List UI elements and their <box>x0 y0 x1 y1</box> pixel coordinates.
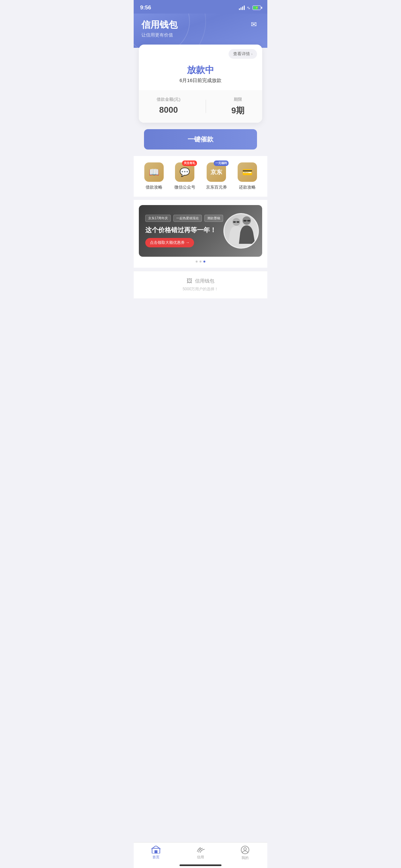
loan-term-value: 9期 <box>231 105 244 116</box>
feature-item-repay-guide[interactable]: 💳 还款攻略 <box>238 162 257 190</box>
wechat-label: 微信公众号 <box>174 184 195 190</box>
dot-1 <box>199 260 202 262</box>
status-time: 9:56 <box>140 4 151 11</box>
feature-section: 📖 借款攻略 💬 关注有礼 微信公众号 京东 一元福利 京东百元券 💳 <box>134 156 267 197</box>
loan-amount-item: 借款金额(元) 8000 <box>157 97 181 116</box>
brand-subtitle: 5000万用户的选择！ <box>183 286 219 292</box>
bottom-spacer <box>134 299 267 324</box>
dot-2 <box>204 260 205 262</box>
info-divider <box>206 100 206 113</box>
brand-name: 信用钱包 <box>195 278 214 284</box>
banner-cta-label: 点击领取大额优惠券 → <box>150 240 189 245</box>
loan-info-row: 借款金额(元) 8000 期限 9期 <box>139 90 262 123</box>
brand-row: 🖼 信用钱包 <box>187 278 214 284</box>
svg-rect-5 <box>243 220 246 221</box>
urge-payment-button[interactable]: 一键催款 <box>144 129 257 150</box>
banner-people <box>223 212 259 250</box>
status-bar: 9:56 ∿ ⚡ <box>134 0 267 13</box>
jd-coupon-label: 京东百元券 <box>206 184 227 190</box>
brand-icon: 🖼 <box>187 278 192 284</box>
loan-guide-label: 借款攻略 <box>146 184 162 190</box>
feature-item-wechat[interactable]: 💬 关注有礼 微信公众号 <box>174 162 195 190</box>
view-detail-button[interactable]: 查看详情 › <box>228 49 257 59</box>
loan-amount-value: 8000 <box>157 105 181 115</box>
repay-guide-label: 还款攻略 <box>239 184 256 190</box>
loan-status-subtitle: 6月16日前完成放款 <box>139 78 262 90</box>
loan-amount-label: 借款金额(元) <box>157 97 181 102</box>
dot-0 <box>196 260 197 262</box>
wifi-icon: ∿ <box>247 5 251 10</box>
footer-brand: 🖼 信用钱包 5000万用户的选择！ <box>134 271 267 299</box>
svg-rect-2 <box>233 221 236 223</box>
banner-section: 京东17周年庆 一起热爱就现在 潮款墨镜 这个价格错过再等一年！ 点击领取大额优… <box>134 200 267 268</box>
banner-cta-button[interactable]: 点击领取大额优惠券 → <box>145 238 194 247</box>
banner-dots <box>139 260 262 262</box>
loan-term-label: 期限 <box>231 97 244 102</box>
loan-status-title: 放款中 <box>139 61 262 78</box>
header: 信用钱包 让信用更有价值 ✉ <box>134 13 267 48</box>
feature-grid: 📖 借款攻略 💬 关注有礼 微信公众号 京东 一元福利 京东百元券 💳 <box>139 162 262 190</box>
wechat-badge: 关注有礼 <box>182 160 197 166</box>
repay-guide-icon: 💳 <box>238 162 257 182</box>
svg-rect-6 <box>247 220 250 221</box>
banner-image[interactable]: 京东17周年庆 一起热爱就现在 潮款墨镜 这个价格错过再等一年！ 点击领取大额优… <box>139 205 262 257</box>
loan-guide-icon: 📖 <box>144 162 164 182</box>
banner-tag-2: 潮款墨镜 <box>204 215 223 222</box>
battery-icon: ⚡ <box>252 5 261 10</box>
loan-card: 查看详情 › 放款中 6月16日前完成放款 借款金额(元) 8000 期限 9期 <box>139 44 262 123</box>
jd-coupon-badge: 一元福利 <box>214 160 228 166</box>
mail-icon[interactable]: ✉ <box>248 19 259 30</box>
people-silhouette-svg <box>227 215 256 247</box>
chevron-right-icon: › <box>251 52 252 56</box>
svg-rect-3 <box>237 221 239 223</box>
view-detail-label: 查看详情 <box>233 51 250 57</box>
banner-tag-0: 京东17周年庆 <box>145 215 171 222</box>
app-subtitle: 让信用更有价值 <box>142 32 178 38</box>
banner-tag-1: 一起热爱就现在 <box>174 215 202 222</box>
feature-item-jd-coupon[interactable]: 京东 一元福利 京东百元券 <box>206 162 227 190</box>
app-title: 信用钱包 <box>142 19 178 31</box>
people-circle <box>223 213 259 249</box>
signal-icon <box>239 5 245 10</box>
feature-item-loan-guide[interactable]: 📖 借款攻略 <box>144 162 164 190</box>
status-icons: ∿ ⚡ <box>239 5 261 10</box>
loan-term-item: 期限 9期 <box>231 97 244 116</box>
